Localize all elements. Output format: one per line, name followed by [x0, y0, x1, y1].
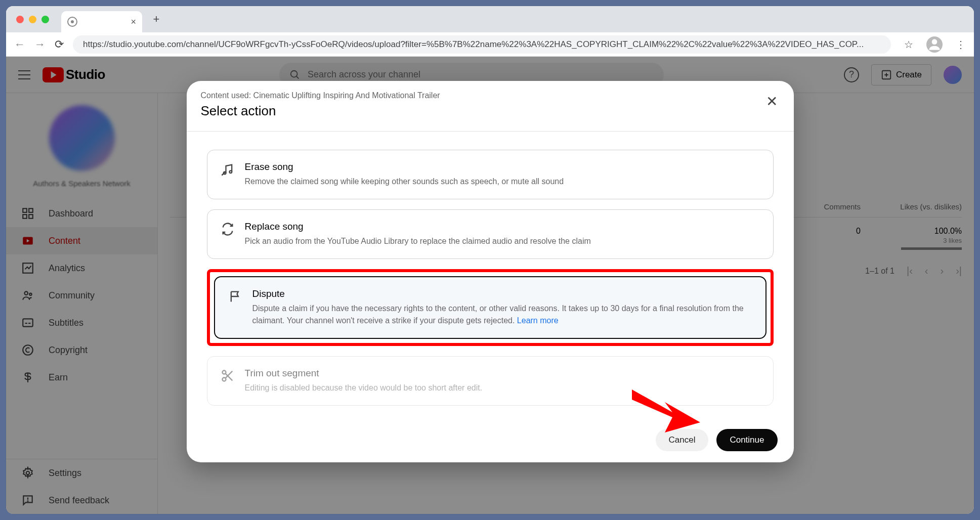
modal-header: Content used: Cinematic Uplifting Inspir… — [187, 81, 794, 132]
chrome-favicon-icon — [67, 17, 77, 27]
maximize-window-button[interactable] — [41, 16, 49, 23]
url-input[interactable]: https://studio.youtube.com/channel/UCF9o… — [73, 35, 891, 54]
modal-title: Select action — [201, 103, 440, 119]
address-bar: ← → ⟳ https://studio.youtube.com/channel… — [6, 32, 974, 57]
cancel-button[interactable]: Cancel — [656, 429, 709, 451]
menu-dots-icon[interactable]: ⋮ — [956, 38, 966, 51]
tab-bar: × + — [6, 6, 974, 32]
forward-button[interactable]: → — [34, 38, 46, 51]
svg-point-25 — [222, 371, 226, 374]
option-replace-song[interactable]: Replace song Pick an audio from the YouT… — [207, 209, 774, 259]
browser-tab[interactable]: × — [61, 11, 142, 32]
minimize-window-button[interactable] — [29, 16, 36, 23]
option-desc: Remove the claimed song while keeping ot… — [245, 176, 760, 188]
modal-overlay[interactable]: Content used: Cinematic Uplifting Inspir… — [6, 57, 974, 514]
star-icon[interactable]: ☆ — [904, 38, 913, 51]
select-action-modal: Content used: Cinematic Uplifting Inspir… — [187, 81, 794, 462]
close-tab-icon[interactable]: × — [131, 17, 136, 27]
option-erase-song[interactable]: Erase song Remove the claimed song while… — [207, 150, 774, 199]
youtube-studio-app: Studio ? Create Authors & Speakers Netwo… — [6, 57, 974, 514]
option-desc: Editing is disabled because the video wo… — [245, 382, 760, 394]
profile-icon[interactable] — [926, 36, 943, 53]
back-button[interactable]: ← — [14, 38, 25, 51]
option-trim-segment: Trim out segment Editing is disabled bec… — [207, 356, 774, 406]
option-desc: Pick an audio from the YouTube Audio Lib… — [245, 235, 760, 247]
option-dispute[interactable]: Dispute Dispute a claim if you have the … — [214, 276, 766, 339]
scissors-icon — [221, 369, 235, 383]
modal-body: Erase song Remove the claimed song while… — [187, 132, 794, 420]
reload-button[interactable]: ⟳ — [55, 38, 64, 51]
new-tab-button[interactable]: + — [148, 11, 164, 27]
learn-more-link[interactable]: Learn more — [517, 316, 559, 325]
window-controls — [16, 16, 49, 23]
svg-point-0 — [932, 39, 938, 45]
option-title: Dispute — [252, 288, 752, 299]
music-erase-icon — [221, 162, 235, 177]
option-title: Replace song — [245, 221, 760, 232]
svg-point-26 — [222, 378, 226, 381]
modal-footer: Cancel Continue — [187, 420, 794, 462]
option-desc: Dispute a claim if you have the necessar… — [252, 302, 752, 327]
close-window-button[interactable] — [16, 16, 24, 23]
annotation-highlight: Dispute Dispute a claim if you have the … — [207, 269, 774, 346]
continue-button[interactable]: Continue — [716, 429, 777, 451]
close-icon[interactable]: ✕ — [764, 91, 780, 112]
option-title: Trim out segment — [245, 368, 760, 379]
flag-icon — [228, 289, 242, 304]
svg-point-23 — [229, 170, 232, 173]
replace-icon — [221, 222, 235, 236]
option-title: Erase song — [245, 161, 760, 172]
modal-subtitle: Content used: Cinematic Uplifting Inspir… — [201, 91, 440, 100]
browser-window: × + ← → ⟳ https://studio.youtube.com/cha… — [6, 6, 974, 514]
